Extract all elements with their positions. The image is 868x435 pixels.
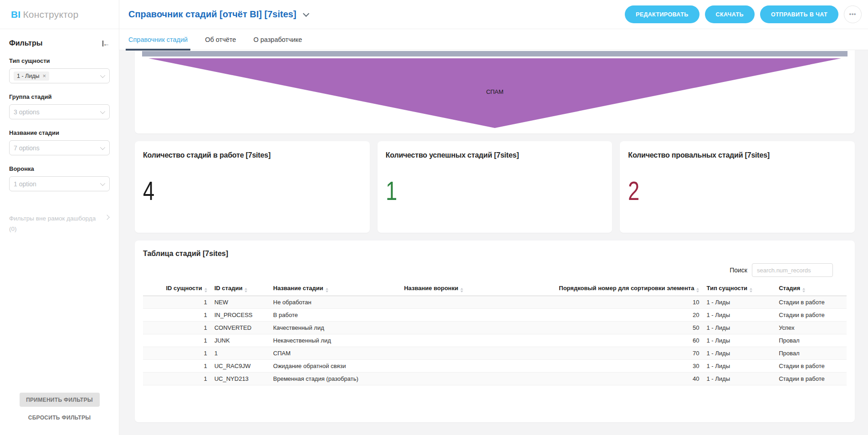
sort-icon[interactable] [750, 288, 752, 292]
stages-table-card: Таблица стадий [7sites] Поиск ID сущност… [135, 241, 855, 422]
table-cell: Ожидание обратной связи [270, 360, 400, 373]
kpi-value: 2 [628, 177, 639, 205]
tab-stages-directory[interactable]: Справочник стадий [128, 29, 188, 50]
table-cell: 1 [143, 373, 211, 385]
tab-about-report[interactable]: Об отчёте [205, 29, 236, 50]
column-header-sort-number[interactable]: Порядковый номер для сортировки элемента [555, 281, 703, 296]
column-header-funnel-name[interactable]: Название воронки [400, 281, 555, 296]
table-cell: Стадии в работе [775, 309, 847, 322]
kpi-value: 1 [386, 177, 397, 205]
funnel-select[interactable]: 1 option [9, 176, 110, 191]
chevron-down-icon [100, 72, 105, 77]
column-label: ID стадии [214, 285, 243, 292]
chevron-down-icon [100, 180, 105, 185]
logo-name: Конструктор [23, 9, 78, 20]
table-cell: 1 [143, 296, 211, 309]
sort-icon[interactable] [326, 288, 328, 292]
column-header-stage-name[interactable]: Название стадии [270, 281, 400, 296]
filters-title: Фильтры [9, 39, 42, 47]
column-header-entity-type[interactable]: Тип сущности [703, 281, 775, 296]
table-cell: UC_RAC9JW [211, 360, 270, 373]
sort-icon[interactable] [696, 288, 699, 292]
tab-label: Об отчёте [205, 36, 236, 43]
outer-dashboard-filters-toggle[interactable]: Фильтры вне рамок дашборда (0) [9, 213, 110, 234]
table-cell: IN_PROCESS [211, 309, 270, 322]
sort-icon[interactable] [245, 288, 247, 292]
report-tabs: Справочник стадий Об отчёте О разработчи… [119, 29, 868, 50]
reset-filters-button[interactable]: СБРОСИТЬ ФИЛЬТРЫ [28, 415, 91, 421]
table-cell: NEW [211, 296, 270, 309]
table-cell: Стадии в работе [775, 373, 847, 385]
table-cell [400, 322, 555, 334]
more-options-button[interactable]: ••• [844, 5, 862, 23]
filter-label-stage-name: Название стадии [9, 129, 110, 136]
kpi-title: Количество стадий в работе [7sites] [143, 151, 362, 159]
header-actions: РЕДАКТИРОВАТЬ СКАЧАТЬ ОТПРАВИТЬ В ЧАТ ••… [625, 5, 868, 23]
column-header-stage-id[interactable]: ID стадии [211, 281, 270, 296]
ellipsis-icon: ••• [849, 11, 857, 17]
tab-about-developer[interactable]: О разработчике [253, 29, 302, 50]
tag-remove-icon[interactable]: × [43, 73, 46, 79]
table-cell: 1 - Лиды [703, 360, 775, 373]
download-button[interactable]: СКАЧАТЬ [705, 5, 755, 23]
entity-type-select[interactable]: 1 - Лиды × [9, 68, 110, 83]
table-cell: 1 [143, 309, 211, 322]
table-cell: 1 - Лиды [703, 296, 775, 309]
funnel-segment-label: СПАМ [146, 88, 844, 95]
table-cell: Не обработан [270, 296, 400, 309]
table-cell: Провал [775, 347, 847, 360]
table-cell: JUNK [211, 334, 270, 347]
table-cell: 10 [555, 296, 703, 309]
active-tab-underline [126, 49, 190, 51]
table-cell [400, 334, 555, 347]
table-cell: В работе [270, 309, 400, 322]
chevron-down-icon [100, 144, 105, 149]
logo-bi: BI [11, 9, 20, 20]
funnel-chart-card: СПАМ [135, 50, 855, 133]
table-cell [400, 360, 555, 373]
table-search-row: Поиск [143, 263, 847, 277]
filter-label-funnel: Воронка [9, 165, 110, 172]
page-title: Справочник стадий [отчёт BI] [7sites] [128, 9, 296, 20]
table-cell: 1 - Лиды [703, 373, 775, 385]
table-row: 1UC_NYD213Временная стадия (разобрать)40… [143, 373, 847, 385]
table-cell: 20 [555, 309, 703, 322]
table-cell: 1 [143, 347, 211, 360]
column-label: Название стадии [273, 285, 323, 292]
edit-button[interactable]: РЕДАКТИРОВАТЬ [625, 5, 700, 23]
filter-label-stage-group: Группа стадий [9, 93, 110, 100]
sort-icon[interactable] [204, 288, 207, 292]
column-label: Стадия [779, 285, 800, 292]
outer-filters-count: (0) [9, 224, 110, 234]
sort-icon[interactable] [460, 288, 463, 292]
table-cell [400, 373, 555, 385]
table-cell: Провал [775, 334, 847, 347]
table-cell [400, 309, 555, 322]
stage-group-select[interactable]: 3 options [9, 104, 110, 119]
kpi-value: 4 [143, 177, 154, 205]
table-search-input[interactable] [752, 263, 833, 277]
table-cell [400, 296, 555, 309]
send-to-chat-button[interactable]: ОТПРАВИТЬ В ЧАТ [760, 5, 838, 23]
table-cell: 1 - Лиды [703, 347, 775, 360]
filter-label-entity-type: Тип сущности [9, 57, 110, 64]
column-header-entity-id[interactable]: ID сущности [143, 281, 211, 296]
table-row: 1NEWНе обработан101 - ЛидыСтадии в работ… [143, 296, 847, 309]
table-cell: Успех [775, 322, 847, 334]
collapse-sidebar-icon[interactable]: ← [102, 41, 110, 46]
table-cell: 1 [143, 334, 211, 347]
table-cell: Стадии в работе [775, 360, 847, 373]
collapse-arrow: ← [103, 41, 110, 46]
app-logo: BIКонструктор [11, 9, 78, 20]
main-area: Справочник стадий Об отчёте О разработчи… [119, 29, 868, 435]
column-header-stage[interactable]: Стадия [775, 281, 847, 296]
table-cell: 50 [555, 322, 703, 334]
dashboard-content: СПАМ Количество стадий в работе [7sites]… [119, 50, 868, 435]
funnel-upper-segment-sliver [142, 51, 848, 56]
report-title-dropdown[interactable]: Справочник стадий [отчёт BI] [7sites] [119, 9, 625, 20]
table-cell: 1 [143, 360, 211, 373]
stage-name-select[interactable]: 7 options [9, 140, 110, 155]
sort-icon[interactable] [802, 288, 805, 292]
select-placeholder: 7 options [14, 144, 100, 152]
apply-filters-button[interactable]: ПРИМЕНИТЬ ФИЛЬТРЫ [20, 393, 100, 407]
